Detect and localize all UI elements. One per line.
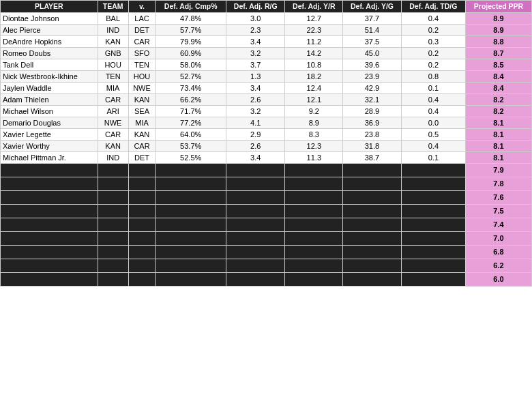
yg-cell: 28.9	[343, 105, 402, 117]
empty-cell	[98, 272, 128, 286]
yg-cell: 37.7	[343, 12, 402, 24]
header-projected-ppr: Projected PPR	[466, 1, 532, 13]
yr-cell: 12.7	[285, 12, 343, 24]
player-name-cell: Xavier Legette	[1, 128, 98, 140]
player-name-cell: Jaylen Waddle	[1, 82, 98, 93]
empty-cell	[128, 190, 156, 204]
yr-cell: 11.2	[285, 35, 343, 47]
empty-cell	[343, 190, 402, 204]
empty-cell	[343, 245, 402, 259]
ppr-cell: 6.2	[466, 259, 532, 272]
player-name-cell: Michael Wilson	[1, 105, 98, 117]
header-def-adj-yg: Def. Adj. Y/G	[343, 1, 402, 13]
ppr-cell: 8.9	[466, 24, 532, 35]
yr-cell: 12.1	[285, 93, 343, 105]
header-def-adj-tdg: Def. Adj. TD/G	[401, 1, 465, 13]
empty-cell	[401, 231, 465, 245]
empty-cell	[343, 259, 402, 272]
yr-cell: 12.4	[285, 82, 343, 93]
tdg-cell: 0.3	[401, 35, 465, 47]
empty-cell	[128, 272, 156, 286]
empty-cell	[401, 204, 465, 218]
empty-cell	[156, 272, 226, 286]
vs-cell: NWE	[128, 82, 156, 93]
header-def-adj-rg: Def. Adj. R/G	[226, 1, 284, 13]
yr-cell: 10.8	[285, 59, 343, 70]
empty-cell	[98, 190, 128, 204]
tdg-cell: 0.4	[401, 93, 465, 105]
cmp-cell: 60.9%	[156, 47, 226, 59]
yg-cell: 36.9	[343, 117, 402, 128]
empty-cell	[285, 190, 343, 204]
header-team: TEAM	[98, 1, 128, 13]
ppr-cell: 8.2	[466, 93, 532, 105]
empty-cell	[1, 231, 98, 245]
ppr-cell: 6.0	[466, 272, 532, 286]
empty-row: 7.5	[1, 204, 532, 218]
rg-cell: 1.3	[226, 70, 284, 82]
player-name-cell: Michael Pittman Jr.	[1, 151, 98, 163]
ppr-cell: 8.5	[466, 59, 532, 70]
team-cell: TEN	[98, 70, 128, 82]
yg-cell: 45.0	[343, 47, 402, 59]
empty-cell	[226, 163, 284, 177]
yg-cell: 32.1	[343, 93, 402, 105]
yg-cell: 39.6	[343, 59, 402, 70]
empty-cell	[226, 204, 284, 218]
tdg-cell: 0.2	[401, 24, 465, 35]
player-name-cell: Tank Dell	[1, 59, 98, 70]
empty-cell	[1, 204, 98, 218]
yr-cell: 18.2	[285, 70, 343, 82]
rg-cell: 2.6	[226, 93, 284, 105]
team-cell: IND	[98, 24, 128, 35]
vs-cell: DET	[128, 151, 156, 163]
yr-cell: 9.2	[285, 105, 343, 117]
empty-cell	[343, 204, 402, 218]
table-row: Romeo DoubsGNBSFO60.9%3.214.245.00.28.7	[1, 47, 532, 59]
empty-cell	[343, 177, 402, 190]
empty-cell	[156, 204, 226, 218]
empty-cell	[285, 272, 343, 286]
tdg-cell: 0.0	[401, 117, 465, 128]
cmp-cell: 79.9%	[156, 35, 226, 47]
yg-cell: 23.9	[343, 70, 402, 82]
empty-cell	[98, 177, 128, 190]
cmp-cell: 73.4%	[156, 82, 226, 93]
vs-cell: MIA	[128, 117, 156, 128]
empty-row: 7.0	[1, 231, 532, 245]
ppr-cell: 8.1	[466, 140, 532, 151]
player-name-cell: Romeo Doubs	[1, 47, 98, 59]
vs-cell: CAR	[128, 35, 156, 47]
table-row: DeAndre HopkinsKANCAR79.9%3.411.237.50.3…	[1, 35, 532, 47]
team-cell: GNB	[98, 47, 128, 59]
vs-cell: HOU	[128, 70, 156, 82]
tdg-cell: 0.4	[401, 140, 465, 151]
empty-cell	[401, 272, 465, 286]
empty-row: 6.8	[1, 245, 532, 259]
ppr-cell: 8.1	[466, 128, 532, 140]
yg-cell: 42.9	[343, 82, 402, 93]
empty-cell	[343, 231, 402, 245]
ppr-cell: 8.8	[466, 35, 532, 47]
vs-cell: LAC	[128, 12, 156, 24]
player-name-cell: Demario Douglas	[1, 117, 98, 128]
cmp-cell: 53.7%	[156, 140, 226, 151]
vs-cell: SEA	[128, 105, 156, 117]
empty-cell	[343, 163, 402, 177]
empty-cell	[401, 245, 465, 259]
header-vs: v.	[128, 1, 156, 13]
yg-cell: 38.7	[343, 151, 402, 163]
empty-cell	[128, 231, 156, 245]
table-row: Michael Pittman Jr.INDDET52.5%3.411.338.…	[1, 151, 532, 163]
empty-cell	[343, 218, 402, 231]
cmp-cell: 58.0%	[156, 59, 226, 70]
empty-cell	[285, 245, 343, 259]
empty-cell	[128, 163, 156, 177]
yr-cell: 14.2	[285, 47, 343, 59]
cmp-cell: 71.7%	[156, 105, 226, 117]
ppr-cell: 8.4	[466, 82, 532, 93]
yr-cell: 22.3	[285, 24, 343, 35]
table-row: Diontae JohnsonBALLAC47.8%3.012.737.70.4…	[1, 12, 532, 24]
empty-cell	[98, 245, 128, 259]
cmp-cell: 57.7%	[156, 24, 226, 35]
